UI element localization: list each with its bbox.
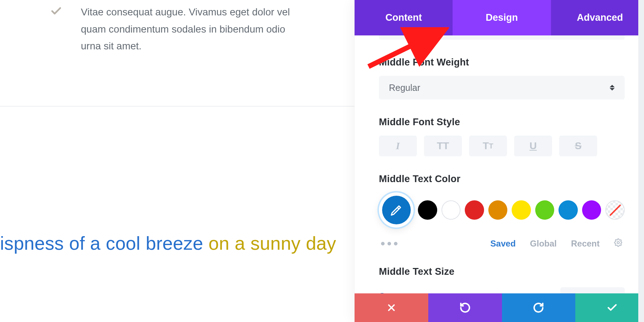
swatch-green[interactable] [535, 200, 555, 220]
swatch-orange[interactable] [488, 200, 508, 220]
right-edge-strip [638, 0, 644, 322]
tab-content[interactable]: Content [355, 0, 453, 35]
style-strikethrough-button[interactable]: S [559, 136, 597, 156]
text-size-row: 0px [379, 287, 625, 293]
headline-part-1: ispness of a cool breeze [0, 233, 203, 254]
more-dots-icon[interactable] [381, 242, 397, 245]
swatch-none[interactable] [605, 200, 625, 220]
gear-icon[interactable] [614, 238, 623, 249]
font-weight-value: Regular [389, 83, 420, 93]
style-underline-button[interactable]: U [514, 136, 552, 156]
bullet-text: Vitae consequat augue. Vivamus eget dolo… [81, 4, 308, 55]
undo-button[interactable] [428, 293, 502, 322]
swatch-red[interactable] [465, 200, 484, 220]
updown-caret-icon [610, 85, 615, 91]
label-font-weight: Middle Font Weight [379, 57, 625, 68]
close-icon [386, 302, 397, 313]
panel-body: Default ▼ Middle Font Weight Regular Mid… [355, 35, 644, 293]
color-tab-recent[interactable]: Recent [571, 239, 600, 249]
redo-icon [533, 302, 544, 313]
settings-panel: Content Design Advanced Default ▼ Middle… [354, 0, 644, 322]
style-uppercase-button[interactable]: TT [424, 136, 462, 156]
color-tab-row: Saved Global Recent [379, 238, 625, 249]
preview-pane: Vitae consequat augue. Vivamus eget dolo… [0, 0, 354, 322]
eyedropper-icon [390, 204, 402, 216]
headline-preview: ispness of a cool breeze on a sunny day [0, 233, 336, 254]
bullet-item: Vitae consequat augue. Vivamus eget dolo… [50, 4, 308, 55]
label-text-color: Middle Text Color [379, 174, 625, 185]
save-button[interactable] [575, 293, 644, 322]
divider [0, 106, 354, 107]
tab-design[interactable]: Design [453, 0, 551, 35]
redo-button[interactable] [502, 293, 576, 322]
swatch-purple[interactable] [582, 200, 601, 220]
headline-part-2: on a sunny day [203, 233, 336, 254]
slider-thumb[interactable] [377, 293, 387, 293]
style-smallcaps-button[interactable]: TT [469, 136, 507, 156]
label-font-style: Middle Font Style [379, 117, 625, 128]
tab-advanced[interactable]: Advanced [551, 0, 644, 35]
undo-icon [459, 302, 471, 313]
color-tab-saved[interactable]: Saved [491, 239, 516, 249]
color-swatch-row [379, 192, 625, 228]
text-size-value[interactable]: 0px [560, 287, 625, 293]
select-font-weight[interactable]: Regular [379, 76, 625, 99]
svg-point-1 [617, 241, 619, 244]
style-button-row: I TT TT U S [379, 136, 625, 156]
cancel-button[interactable] [355, 293, 428, 322]
swatch-yellow[interactable] [512, 200, 531, 220]
color-picker-button[interactable] [379, 192, 414, 228]
swatch-black[interactable] [418, 200, 437, 220]
check-icon [50, 5, 62, 19]
label-text-size: Middle Text Size [379, 266, 625, 277]
swatch-blue[interactable] [558, 200, 578, 220]
top-select[interactable]: Default ▼ [379, 35, 625, 40]
color-tab-global[interactable]: Global [530, 239, 557, 249]
panel-tabs: Content Design Advanced [355, 0, 644, 35]
panel-footer [355, 293, 644, 322]
style-italic-button[interactable]: I [379, 136, 417, 156]
swatch-white[interactable] [441, 200, 461, 220]
check-icon [606, 302, 618, 313]
